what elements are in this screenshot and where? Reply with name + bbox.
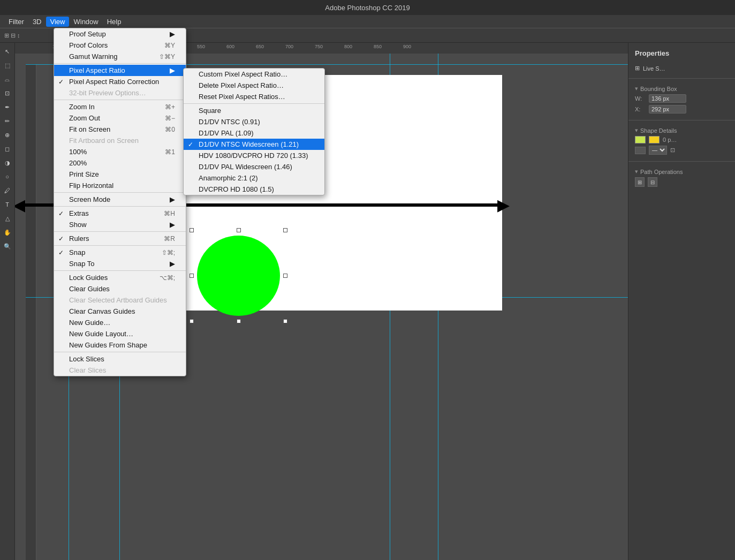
path-op-1[interactable]: ⊞ xyxy=(635,177,645,187)
menu-help[interactable]: Help xyxy=(103,17,126,27)
menu-item-proof-colors[interactable]: Proof Colors ⌘Y xyxy=(54,40,186,51)
menu-item-new-guide-layout[interactable]: New Guide Layout… xyxy=(54,328,186,339)
menu-view[interactable]: View xyxy=(46,17,70,27)
color-swatch-green[interactable] xyxy=(635,136,646,143)
menu-item-clear-canvas-guides[interactable]: Clear Canvas Guides xyxy=(54,306,186,317)
par-sep-1 xyxy=(184,103,324,104)
menu-item-zoom-in[interactable]: Zoom In ⌘+ xyxy=(54,101,186,112)
par-square[interactable]: Square xyxy=(184,105,324,116)
menu-item-screen-mode[interactable]: Screen Mode ▶ xyxy=(54,194,186,205)
zoom-100-label: 100% xyxy=(69,148,87,156)
menu-item-lock-guides[interactable]: Lock Guides ⌥⌘; xyxy=(54,272,186,283)
show-arrow: ▶ xyxy=(170,221,175,229)
selection-wrapper xyxy=(192,230,285,321)
path-operations-section: ▾ Path Operations ⊞ ⊟ xyxy=(628,165,735,190)
shape-control-1[interactable] xyxy=(635,147,646,154)
menu-item-gamut-warning[interactable]: Gamut Warning ⇧⌘Y xyxy=(54,51,186,62)
sep-2 xyxy=(54,100,186,100)
snap-shortcut: ⇧⌘; xyxy=(162,249,175,256)
menu-item-200[interactable]: 200% xyxy=(54,157,186,169)
par-hdv1080[interactable]: HDV 1080/DVCPRO HD 720 (1.33) xyxy=(184,150,324,161)
w-input[interactable] xyxy=(649,94,686,103)
menu-item-extras[interactable]: Extras ⌘H xyxy=(54,208,186,219)
par-delete[interactable]: Delete Pixel Aspect Ratio… xyxy=(184,80,324,91)
handle-tl xyxy=(190,228,194,232)
tool-move[interactable]: ↖ xyxy=(1,45,14,58)
toolbar-content: ⊞ ⊟ ↕ xyxy=(4,32,20,39)
color-swatch-yellow[interactable] xyxy=(649,136,660,143)
chevron-icon: ▾ xyxy=(635,85,638,92)
menu-item-100[interactable]: 100% ⌘1 xyxy=(54,146,186,157)
panel-icons-row: ⊞ Live S… xyxy=(633,64,731,73)
menu-item-par-correction[interactable]: Pixel Aspect Ratio Correction xyxy=(54,76,186,87)
x-label: X: xyxy=(635,106,646,112)
tool-shape[interactable]: △ xyxy=(1,212,14,225)
transform-icon[interactable]: ⊞ xyxy=(635,65,640,72)
show-label: Show xyxy=(69,221,87,229)
clear-guides-label: Clear Guides xyxy=(69,285,110,293)
par-d1dv-ntsc-label: D1/DV NTSC (0.91) xyxy=(199,118,260,126)
menu-item-new-guides-shape[interactable]: New Guides From Shape xyxy=(54,339,186,351)
menu-item-proof-setup[interactable]: Proof Setup ▶ xyxy=(54,28,186,40)
width-row: W: xyxy=(633,93,731,104)
menu-3d[interactable]: 3D xyxy=(28,17,46,27)
par-d1dv-ntsc[interactable]: D1/DV NTSC (0.91) xyxy=(184,116,324,127)
tool-dodge[interactable]: ○ xyxy=(1,170,14,183)
menu-item-pixel-aspect-ratio[interactable]: Pixel Aspect Ratio ▶ xyxy=(54,65,186,76)
menu-item-show[interactable]: Show ▶ xyxy=(54,219,186,230)
menu-item-fit-screen[interactable]: Fit on Screen ⌘0 xyxy=(54,124,186,135)
divider-1 xyxy=(628,78,735,79)
menu-item-32bit-label: 32-bit Preview Options… xyxy=(69,89,146,97)
menu-item-par-correction-label: Pixel Aspect Ratio Correction xyxy=(69,78,159,86)
par-dvcpro-label: DVCPRO HD 1080 (1.5) xyxy=(199,185,274,193)
menu-item-rulers[interactable]: Rulers ⌘R xyxy=(54,233,186,244)
par-d1dv-pal-wide[interactable]: D1/DV PAL Widescreen (1.46) xyxy=(184,161,324,172)
par-dvcpro[interactable]: DVCPRO HD 1080 (1.5) xyxy=(184,184,324,195)
proof-colors-shortcut: ⌘Y xyxy=(164,42,175,49)
par-custom[interactable]: Custom Pixel Aspect Ratio… xyxy=(184,69,324,80)
arrow-right: ▶ xyxy=(497,197,510,213)
tool-select[interactable]: ⬚ xyxy=(1,59,14,72)
tool-pen[interactable]: 🖊 xyxy=(1,184,14,197)
divider-2 xyxy=(628,120,735,120)
menu-item-new-guide[interactable]: New Guide… xyxy=(54,317,186,328)
tool-eyedropper[interactable]: ✒ xyxy=(1,101,14,113)
par-reset[interactable]: Reset Pixel Aspect Ratios… xyxy=(184,91,324,102)
tool-brush[interactable]: ✏ xyxy=(1,115,14,127)
par-d1dv-pal[interactable]: D1/DV PAL (1.09) xyxy=(184,127,324,139)
menu-item-snap-to[interactable]: Snap To ▶ xyxy=(54,258,186,269)
menu-item-zoom-out[interactable]: Zoom Out ⌘− xyxy=(54,112,186,124)
tool-crop[interactable]: ⊡ xyxy=(1,87,14,100)
tool-zoom[interactable]: 🔍 xyxy=(1,240,14,253)
tool-clone[interactable]: ⊕ xyxy=(1,128,14,141)
menu-item-print-size[interactable]: Print Size xyxy=(54,169,186,180)
menu-item-clear-guides[interactable]: Clear Guides xyxy=(54,283,186,294)
handle-bc xyxy=(237,319,241,323)
tool-lasso[interactable]: ⌓ xyxy=(1,73,14,86)
menu-item-lock-slices[interactable]: Lock Slices xyxy=(54,353,186,365)
par-submenu-arrow: ▶ xyxy=(170,66,175,74)
menu-filter[interactable]: Filter xyxy=(4,17,28,27)
new-guides-shape-label: New Guides From Shape xyxy=(69,341,147,349)
menu-window[interactable]: Window xyxy=(69,17,102,27)
rulers-label: Rulers xyxy=(69,234,89,243)
tool-hand[interactable]: ✋ xyxy=(1,226,14,239)
menu-item-snap[interactable]: Snap ⇧⌘; xyxy=(54,247,186,258)
shape-dropdown[interactable]: — xyxy=(649,146,667,155)
bounding-box-label: Bounding Box xyxy=(640,86,677,92)
app-title: Adobe Photoshop CC 2019 xyxy=(325,4,410,12)
menu-item-flip-horizontal[interactable]: Flip Horizontal xyxy=(54,180,186,191)
fit-artboard-label: Fit Artboard on Screen xyxy=(69,137,139,145)
tool-type[interactable]: T xyxy=(1,198,14,211)
path-op-2[interactable]: ⊟ xyxy=(648,177,657,187)
x-input[interactable] xyxy=(649,105,686,113)
align-icon[interactable]: ⊡ xyxy=(670,147,675,154)
par-anamorphic[interactable]: Anamorphic 2:1 (2) xyxy=(184,172,324,184)
fit-screen-shortcut: ⌘0 xyxy=(165,126,175,133)
sep-3 xyxy=(54,192,186,193)
par-d1dv-ntsc-wide[interactable]: D1/DV NTSC Widescreen (1.21) xyxy=(184,139,324,150)
path-op-2-icon: ⊟ xyxy=(650,179,655,185)
tool-gradient[interactable]: ◑ xyxy=(1,156,14,169)
tool-eraser[interactable]: ◻ xyxy=(1,142,14,155)
par-delete-label: Delete Pixel Aspect Ratio… xyxy=(199,81,284,89)
